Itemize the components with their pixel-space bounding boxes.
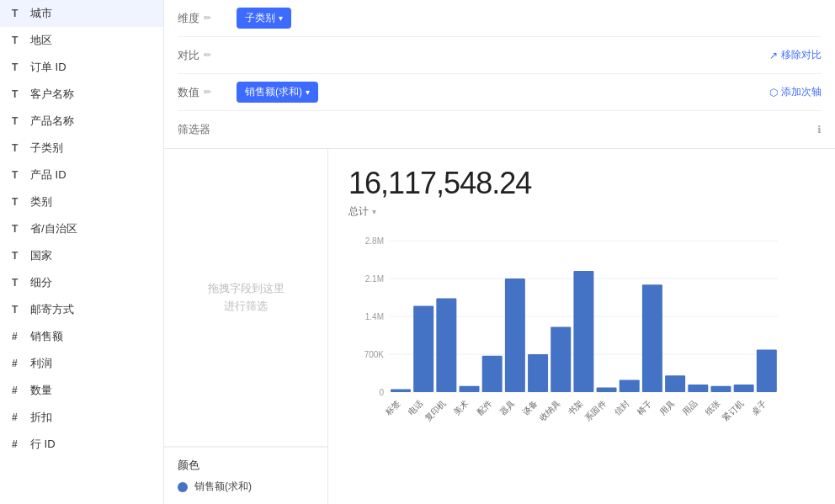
sidebar-item-label: 国家 bbox=[30, 248, 52, 263]
type-icon: T bbox=[12, 169, 24, 181]
value-row: 数值 ✏ 销售额(求和) ▾ ⬡ 添加次轴 bbox=[178, 74, 822, 111]
bar-用品[interactable] bbox=[688, 385, 708, 392]
svg-text:信封: 信封 bbox=[612, 399, 630, 417]
svg-text:纸张: 纸张 bbox=[704, 399, 722, 417]
value-edit-icon[interactable]: ✏ bbox=[204, 87, 211, 98]
axis-icon: ⬡ bbox=[769, 87, 778, 98]
bar-椅子[interactable] bbox=[642, 284, 662, 392]
sidebar-item-label: 子类别 bbox=[30, 141, 63, 156]
bar-复印机[interactable] bbox=[436, 298, 456, 392]
bar-纸张[interactable] bbox=[710, 386, 731, 392]
bar-美术[interactable] bbox=[460, 386, 480, 392]
add-secondary-axis-button[interactable]: ⬡ 添加次轴 bbox=[769, 85, 822, 99]
bar-谈备[interactable] bbox=[528, 354, 548, 392]
sidebar-item-子类别[interactable]: T 子类别 bbox=[0, 135, 163, 162]
filter-info-button[interactable]: ℹ bbox=[817, 124, 822, 135]
sidebar-item-产品名称[interactable]: T 产品名称 bbox=[0, 108, 163, 135]
dimension-tag-button[interactable]: 子类别 ▾ bbox=[237, 8, 291, 29]
sidebar-item-产品 ID[interactable]: T 产品 ID bbox=[0, 162, 163, 188]
type-icon: T bbox=[12, 196, 24, 208]
chart-panel: 16,117,548.24 总计 ▾ 2.8M2.1M1.4M700K0标签电话… bbox=[328, 149, 835, 504]
filter-drop-zone[interactable]: 拖拽字段到这里 进行筛选 bbox=[164, 149, 327, 446]
svg-text:用具: 用具 bbox=[658, 399, 677, 417]
bar-桌子[interactable] bbox=[757, 350, 777, 392]
sidebar-item-销售额[interactable]: # 销售额 bbox=[0, 323, 163, 350]
svg-text:桌子: 桌子 bbox=[749, 399, 768, 417]
dimension-row: 维度 ✏ 子类别 ▾ bbox=[178, 0, 822, 37]
type-icon: T bbox=[12, 34, 24, 46]
color-item-label: 销售额(求和) bbox=[194, 480, 252, 494]
type-icon: # bbox=[12, 358, 24, 369]
sidebar-item-利润[interactable]: # 利润 bbox=[0, 350, 163, 377]
sidebar-item-折扣[interactable]: # 折扣 bbox=[0, 404, 163, 431]
value-tag-button[interactable]: 销售额(求和) ▾ bbox=[237, 82, 318, 103]
sidebar-item-行 ID[interactable]: # 行 ID bbox=[0, 431, 163, 458]
color-legend-item: 销售额(求和) bbox=[178, 480, 314, 494]
color-dot bbox=[178, 482, 188, 492]
bar-配件[interactable] bbox=[482, 356, 503, 392]
sidebar-item-城市[interactable]: T 城市 bbox=[0, 0, 163, 27]
controls-panel: 维度 ✏ 子类别 ▾ 对比 ✏ ↗ 移除对比 数值 ✏ bbox=[164, 0, 835, 149]
bar-器具[interactable] bbox=[505, 279, 525, 392]
sidebar-item-邮寄方式[interactable]: T 邮寄方式 bbox=[0, 296, 163, 323]
bar-标签[interactable] bbox=[391, 389, 411, 392]
sidebar-item-省/自治区[interactable]: T 省/自治区 bbox=[0, 215, 163, 242]
sidebar: T 城市 T 地区 T 订单 ID T 客户名称 T 产品名称 T 子类别 T … bbox=[0, 0, 164, 504]
svg-text:谈备: 谈备 bbox=[521, 399, 540, 417]
type-icon: T bbox=[12, 277, 24, 289]
type-icon: # bbox=[12, 331, 24, 342]
type-icon: # bbox=[12, 438, 24, 450]
sidebar-item-label: 细分 bbox=[30, 275, 52, 290]
compare-label: 对比 ✏ bbox=[178, 48, 228, 63]
type-icon: # bbox=[12, 411, 24, 423]
sidebar-item-数量[interactable]: # 数量 bbox=[0, 377, 163, 404]
sidebar-item-label: 产品名称 bbox=[30, 114, 74, 129]
svg-text:器具: 器具 bbox=[497, 399, 516, 417]
type-icon: T bbox=[12, 88, 24, 100]
svg-text:系固件: 系固件 bbox=[583, 399, 608, 423]
bar-用具[interactable] bbox=[665, 375, 685, 392]
svg-text:700K: 700K bbox=[364, 350, 385, 359]
color-panel: 颜色 销售额(求和) bbox=[164, 447, 327, 504]
svg-text:2.8M: 2.8M bbox=[365, 236, 384, 246]
type-icon: T bbox=[12, 250, 24, 262]
sidebar-item-国家[interactable]: T 国家 bbox=[0, 242, 163, 269]
svg-text:美术: 美术 bbox=[452, 399, 471, 417]
type-icon: # bbox=[12, 385, 24, 396]
bar-收纳具[interactable] bbox=[550, 327, 571, 392]
bar-电话[interactable] bbox=[413, 305, 433, 392]
dimension-label: 维度 ✏ bbox=[178, 11, 228, 26]
bar-信封[interactable] bbox=[620, 380, 640, 392]
compare-edit-icon[interactable]: ✏ bbox=[204, 50, 211, 61]
filter-panel: 拖拽字段到这里 进行筛选 颜色 销售额(求和) bbox=[164, 149, 328, 504]
trend-icon: ↗ bbox=[769, 50, 778, 61]
sidebar-item-细分[interactable]: T 细分 bbox=[0, 269, 163, 296]
sidebar-item-类别[interactable]: T 类别 bbox=[0, 188, 163, 215]
sidebar-item-label: 地区 bbox=[30, 33, 52, 48]
value-chevron-icon: ▾ bbox=[306, 88, 310, 97]
sidebar-item-label: 客户名称 bbox=[30, 87, 74, 102]
type-icon: T bbox=[12, 115, 24, 127]
svg-text:2.1M: 2.1M bbox=[365, 274, 384, 284]
sidebar-item-客户名称[interactable]: T 客户名称 bbox=[0, 81, 163, 108]
bar-系固件[interactable] bbox=[597, 388, 617, 392]
chart-subtitle: 总计 ▾ bbox=[348, 204, 815, 219]
value-label: 数值 ✏ bbox=[178, 85, 228, 100]
sidebar-item-label: 邮寄方式 bbox=[30, 302, 74, 317]
bar-紧订机[interactable] bbox=[734, 385, 754, 392]
sidebar-item-订单 ID[interactable]: T 订单 ID bbox=[0, 54, 163, 81]
sidebar-item-label: 产品 ID bbox=[30, 167, 66, 183]
sidebar-item-label: 折扣 bbox=[30, 410, 52, 425]
bar-书架[interactable] bbox=[573, 271, 593, 392]
content-area: 拖拽字段到这里 进行筛选 颜色 销售额(求和) 16,117,548.24 总计… bbox=[164, 149, 835, 504]
subtitle-chevron-icon[interactable]: ▾ bbox=[372, 207, 376, 216]
sidebar-item-label: 城市 bbox=[30, 6, 52, 21]
sidebar-item-label: 销售额 bbox=[30, 329, 63, 344]
color-header: 颜色 bbox=[178, 458, 314, 473]
sidebar-item-label: 数量 bbox=[30, 383, 52, 398]
svg-text:电话: 电话 bbox=[407, 399, 425, 417]
remove-compare-button[interactable]: ↗ 移除对比 bbox=[769, 48, 822, 62]
svg-text:复印机: 复印机 bbox=[423, 399, 448, 423]
dimension-edit-icon[interactable]: ✏ bbox=[204, 13, 211, 24]
sidebar-item-地区[interactable]: T 地区 bbox=[0, 27, 163, 54]
